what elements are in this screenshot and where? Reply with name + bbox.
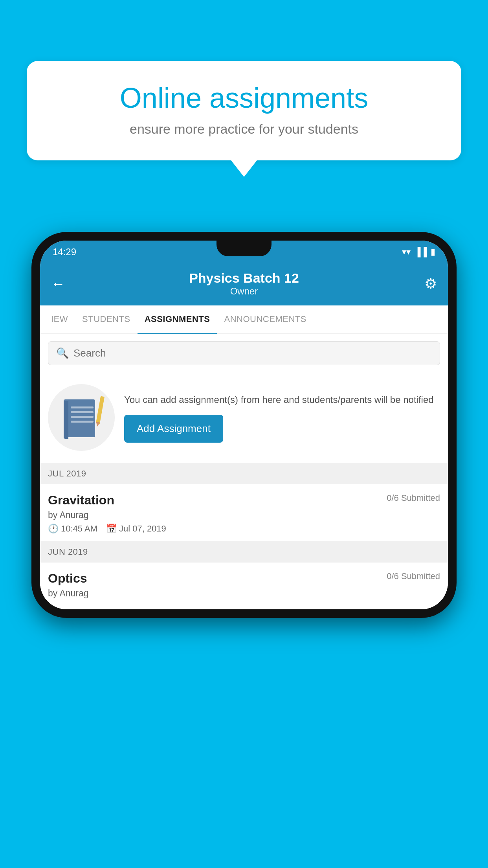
assignment-meta-gravitation: 🕐 10:45 AM 📅 Jul 07, 2019 — [48, 524, 440, 534]
status-icons: ▾▾ ▐▐ ▮ — [402, 247, 435, 257]
month-separator-jun: JUN 2019 — [40, 541, 448, 563]
back-button[interactable]: ← — [51, 276, 71, 292]
assignment-time-gravitation: 🕐 10:45 AM — [48, 524, 97, 534]
add-assignment-right: You can add assignment(s) from here and … — [124, 393, 440, 443]
assignment-name-gravitation: Gravitation — [48, 493, 114, 508]
notebook-icon — [64, 398, 99, 437]
phone-inner: 14:29 ▾▾ ▐▐ ▮ ← Physics Batch 12 Owner ⚙… — [40, 241, 448, 609]
assignment-row-top: Gravitation 0/6 Submitted — [48, 493, 440, 508]
batch-owner: Owner — [71, 286, 417, 297]
notebook-line-1 — [71, 406, 94, 408]
speech-bubble: Online assignments ensure more practice … — [27, 61, 461, 160]
notebook-line-3 — [71, 416, 94, 418]
status-bar: 14:29 ▾▾ ▐▐ ▮ — [40, 241, 448, 263]
assignment-item-gravitation[interactable]: Gravitation 0/6 Submitted by Anurag 🕐 10… — [40, 484, 448, 541]
add-assignment-section: You can add assignment(s) from here and … — [40, 372, 448, 463]
notebook-body — [64, 399, 95, 437]
app-header: ← Physics Batch 12 Owner ⚙ — [40, 263, 448, 305]
notch — [216, 241, 272, 256]
tabs-bar: IEW STUDENTS ASSIGNMENTS ANNOUNCEMENTS — [40, 305, 448, 334]
phone-frame: 14:29 ▾▾ ▐▐ ▮ ← Physics Batch 12 Owner ⚙… — [31, 232, 457, 618]
search-container: 🔍 — [40, 334, 448, 372]
batch-title: Physics Batch 12 — [71, 270, 417, 286]
tab-announcements[interactable]: ANNOUNCEMENTS — [217, 305, 313, 333]
assignment-item-optics[interactable]: Optics 0/6 Submitted by Anurag — [40, 563, 448, 609]
month-separator-jul: JUL 2019 — [40, 463, 448, 484]
status-time: 14:29 — [53, 246, 76, 257]
notebook-line-4 — [71, 421, 94, 423]
notebook-spine — [64, 401, 68, 439]
search-icon: 🔍 — [56, 347, 69, 359]
tab-students[interactable]: STUDENTS — [75, 305, 138, 333]
battery-icon: ▮ — [431, 247, 435, 257]
search-input[interactable] — [73, 347, 432, 359]
assignment-by-gravitation: by Anurag — [48, 510, 440, 520]
header-center: Physics Batch 12 Owner — [71, 270, 417, 297]
notebook-line-2 — [71, 411, 94, 413]
date-value-gravitation: Jul 07, 2019 — [119, 524, 166, 534]
assignment-by-optics: by Anurag — [48, 588, 440, 599]
notebook-lines — [71, 406, 94, 425]
pencil-icon — [96, 396, 105, 424]
settings-button[interactable]: ⚙ — [417, 276, 437, 292]
assignment-submitted-optics: 0/6 Submitted — [387, 571, 440, 581]
notebook-icon-circle — [48, 384, 115, 451]
clock-icon: 🕐 — [48, 524, 59, 534]
search-bar[interactable]: 🔍 — [48, 341, 440, 365]
add-assignment-description: You can add assignment(s) from here and … — [124, 393, 440, 407]
signal-icon: ▐▐ — [415, 247, 427, 257]
add-assignment-button[interactable]: Add Assignment — [124, 415, 223, 443]
time-value-gravitation: 10:45 AM — [61, 524, 97, 534]
tab-assignments[interactable]: ASSIGNMENTS — [138, 305, 217, 334]
bubble-subtitle: ensure more practice for your students — [50, 121, 438, 137]
bubble-title: Online assignments — [50, 83, 438, 114]
wifi-icon: ▾▾ — [402, 247, 411, 257]
assignment-date-gravitation: 📅 Jul 07, 2019 — [106, 524, 166, 534]
assignment-name-optics: Optics — [48, 571, 87, 586]
assignment-row-top-optics: Optics 0/6 Submitted — [48, 571, 440, 586]
assignment-submitted-gravitation: 0/6 Submitted — [387, 493, 440, 503]
speech-bubble-container: Online assignments ensure more practice … — [27, 61, 461, 160]
tab-iew[interactable]: IEW — [44, 305, 75, 333]
calendar-icon: 📅 — [106, 524, 117, 534]
